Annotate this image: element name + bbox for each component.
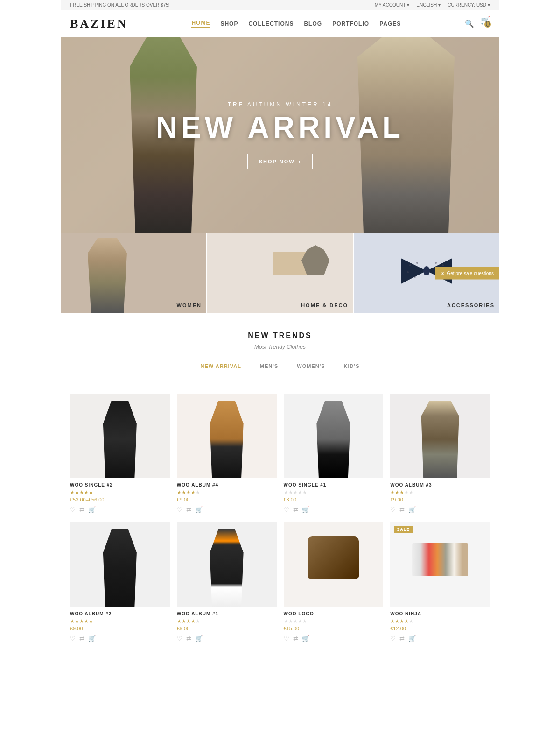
product-figure: [419, 401, 461, 478]
product-card[interactable]: WOO SINGLE #2 ★★★★★ £53.00–£56.00 ♡ ⇄ 🛒: [70, 394, 170, 513]
product-card[interactable]: WOO ALBUM #3 ★★★★★ £9.00 ♡ ⇄ 🛒: [390, 394, 490, 513]
product-image: SALE: [390, 522, 490, 607]
cart-add-icon[interactable]: 🛒: [408, 506, 416, 513]
arrow-right-icon: ›: [299, 159, 301, 164]
nav-home[interactable]: HOME: [191, 20, 210, 28]
product-card[interactable]: WOO LOGO ★★★★★ £15.00 ♡ ⇄ 🛒: [284, 522, 384, 642]
product-actions: ♡ ⇄ 🛒: [177, 635, 277, 642]
search-icon[interactable]: 🔍: [465, 19, 474, 28]
wishlist-icon[interactable]: ♡: [70, 506, 76, 513]
wishlist-icon[interactable]: ♡: [177, 635, 182, 642]
cart-icon[interactable]: 🛒 0: [481, 16, 490, 31]
product-image: [284, 394, 384, 478]
compare-icon[interactable]: ⇄: [399, 506, 405, 513]
category-home[interactable]: HOME & DECO: [207, 233, 354, 313]
product-name: WOO LOGO: [284, 611, 384, 616]
tab-mens[interactable]: MEN'S: [251, 360, 287, 373]
section-subtitle: Most Trendy Clothes: [70, 344, 490, 350]
product-price: £12.00: [390, 626, 490, 631]
compare-icon[interactable]: ⇄: [293, 635, 298, 642]
shop-now-button[interactable]: SHOP NOW ›: [247, 154, 313, 169]
svg-point-7: [442, 264, 444, 266]
product-actions: ♡ ⇄ 🛒: [390, 635, 490, 642]
product-card[interactable]: SALE WOO NINJA ★★★★★ £12.00 ♡ ⇄ 🛒: [390, 522, 490, 642]
product-figure: [206, 529, 248, 607]
chevron-down-icon: ▾: [407, 2, 409, 7]
product-figure: [206, 401, 248, 478]
product-figure: [412, 543, 468, 576]
product-figure: [99, 401, 141, 478]
svg-point-5: [407, 271, 409, 273]
product-actions: ♡ ⇄ 🛒: [284, 506, 384, 513]
compare-icon[interactable]: ⇄: [79, 506, 84, 513]
tab-womens[interactable]: WOMEN'S: [287, 360, 334, 373]
product-card[interactable]: WOO ALBUM #1 ★★★★★ £9.00 ♡ ⇄ 🛒: [177, 522, 277, 642]
product-card[interactable]: WOO ALBUM #2 ★★★★★ £9.00 ♡ ⇄ 🛒: [70, 522, 170, 642]
product-name: WOO SINGLE #2: [70, 482, 170, 487]
language-selector[interactable]: ENGLISH ▾: [416, 2, 441, 7]
wishlist-icon[interactable]: ♡: [284, 635, 289, 642]
product-grid-row1: WOO SINGLE #2 ★★★★★ £53.00–£56.00 ♡ ⇄ 🛒 …: [61, 394, 499, 513]
product-stars: ★★★★★: [70, 618, 170, 624]
product-price: £9.00: [177, 497, 277, 502]
cart-add-icon[interactable]: 🛒: [195, 506, 203, 513]
hero-banner: TRF AUTUMN WINTER 14 NEW ARRIVAL SHOP NO…: [61, 37, 499, 233]
product-image: [177, 522, 277, 607]
divider-right: [319, 336, 343, 336]
tab-new-arrival[interactable]: NEW ARRIVAL: [191, 360, 250, 373]
product-stars: ★★★★★: [70, 489, 170, 495]
product-image: [177, 394, 277, 478]
compare-icon[interactable]: ⇄: [186, 506, 191, 513]
wishlist-icon[interactable]: ♡: [177, 506, 182, 513]
compare-icon[interactable]: ⇄: [399, 635, 405, 642]
category-home-label: HOME & DECO: [301, 303, 348, 308]
cart-add-icon[interactable]: 🛒: [302, 506, 309, 513]
cart-add-icon[interactable]: 🛒: [408, 635, 416, 642]
product-name: WOO NINJA: [390, 611, 490, 616]
cart-add-icon[interactable]: 🛒: [88, 506, 96, 513]
tab-kids[interactable]: KID'S: [335, 360, 369, 373]
product-card[interactable]: WOO SINGLE #1 ★★★★★ £3.00 ♡ ⇄ 🛒: [284, 394, 384, 513]
category-accessories-label: ACCESSORIES: [447, 303, 495, 308]
presale-button[interactable]: ✉ Get pre-sale questions: [435, 267, 499, 280]
compare-icon[interactable]: ⇄: [293, 506, 298, 513]
nav-portfolio[interactable]: PORTFOLIO: [332, 21, 369, 27]
product-stars: ★★★★★: [390, 489, 490, 495]
sale-badge: SALE: [394, 526, 413, 533]
category-women[interactable]: WOMEN: [61, 233, 207, 313]
hero-subtitle: TRF AUTUMN WINTER 14: [156, 101, 404, 108]
product-actions: ♡ ⇄ 🛒: [390, 506, 490, 513]
wishlist-icon[interactable]: ♡: [390, 635, 396, 642]
nav-shop[interactable]: SHOP: [220, 21, 238, 27]
cart-badge: 0: [484, 21, 491, 28]
svg-point-6: [414, 276, 416, 278]
product-stars: ★★★★★: [284, 489, 384, 495]
product-price: £3.00: [284, 497, 384, 502]
product-tabs: NEW ARRIVAL MEN'S WOMEN'S KID'S: [70, 360, 490, 373]
product-name: WOO ALBUM #1: [177, 611, 277, 616]
nav-blog[interactable]: BLOG: [304, 21, 322, 27]
cart-add-icon[interactable]: 🛒: [88, 635, 96, 642]
product-card[interactable]: WOO ALBUM #4 ★★★★★ £9.00 ♡ ⇄ 🛒: [177, 394, 277, 513]
divider-left: [217, 336, 241, 336]
nav-collections[interactable]: COLLECTIONS: [248, 21, 294, 27]
currency-selector[interactable]: CURRENCY: USD ▾: [448, 2, 490, 7]
cart-add-icon[interactable]: 🛒: [195, 635, 203, 642]
cart-add-icon[interactable]: 🛒: [302, 635, 309, 642]
category-accessories[interactable]: ✉ Get pre-sale questions ACCESSORIES: [354, 233, 499, 313]
wishlist-icon[interactable]: ♡: [70, 635, 76, 642]
nav-pages[interactable]: PAGES: [379, 21, 401, 27]
product-name: WOO SINGLE #1: [284, 482, 384, 487]
my-account-link[interactable]: MY ACCOUNT ▾: [375, 2, 410, 7]
chevron-down-icon: ▾: [438, 2, 441, 7]
compare-icon[interactable]: ⇄: [79, 635, 84, 642]
product-image: [70, 394, 170, 478]
site-logo[interactable]: BAZIEN: [70, 17, 128, 31]
product-price: £53.00–£56.00: [70, 497, 170, 502]
product-actions: ♡ ⇄ 🛒: [70, 635, 170, 642]
product-price: £9.00: [177, 626, 277, 631]
wishlist-icon[interactable]: ♡: [390, 506, 396, 513]
chat-icon: ✉: [441, 271, 444, 276]
wishlist-icon[interactable]: ♡: [284, 506, 289, 513]
compare-icon[interactable]: ⇄: [186, 635, 191, 642]
